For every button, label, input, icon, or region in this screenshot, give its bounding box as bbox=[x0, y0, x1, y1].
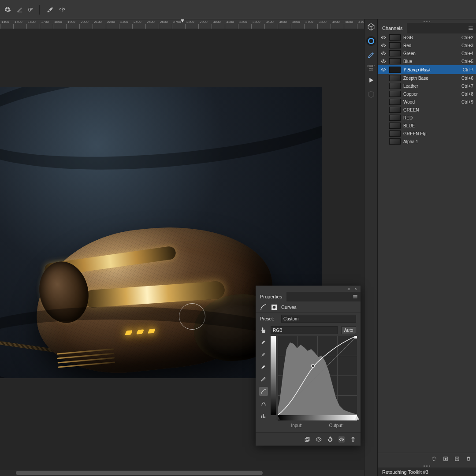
play-icon[interactable] bbox=[366, 75, 376, 85]
load-selection-icon[interactable] bbox=[431, 456, 437, 462]
svg-point-5 bbox=[383, 69, 384, 71]
svg-point-3 bbox=[383, 53, 384, 54]
channel-visibility-icon[interactable] bbox=[380, 42, 387, 48]
channel-name: GREEN bbox=[403, 108, 471, 112]
nbp-plugin-icon[interactable]: NBP CX bbox=[366, 64, 376, 71]
properties-panel: « × Properties Curves Preset: Custom RGB… bbox=[256, 286, 361, 446]
channel-visibility-icon[interactable] bbox=[380, 34, 387, 41]
eyedropper-gray-icon[interactable] bbox=[259, 350, 268, 359]
curves-io-readout: Input: Output: bbox=[278, 423, 357, 428]
channel-row[interactable]: Alpha 1 bbox=[378, 138, 476, 145]
channels-panel-tabbar: Channels bbox=[378, 23, 476, 33]
curves-preset-select[interactable]: Custom bbox=[281, 315, 356, 323]
retouching-toolkit-title: Retouching Toolkit #3 bbox=[382, 469, 428, 475]
options-bar: 0° bbox=[0, 0, 476, 19]
channels-tab[interactable]: Channels bbox=[378, 23, 407, 33]
close-icon[interactable]: × bbox=[353, 286, 358, 291]
delete-channel-icon[interactable] bbox=[465, 456, 472, 462]
channel-row[interactable]: RED bbox=[378, 114, 476, 122]
channel-name: Green bbox=[403, 51, 459, 56]
channel-thumbnail bbox=[389, 99, 401, 105]
ring-icon[interactable] bbox=[366, 36, 376, 46]
channel-row[interactable]: BlueCtrl+5 bbox=[378, 57, 476, 65]
channel-row[interactable]: WoodCtrl+9 bbox=[378, 98, 476, 106]
pen-icon[interactable] bbox=[366, 50, 376, 60]
channel-shortcut: Ctrl+2 bbox=[461, 35, 473, 40]
channel-thumbnail bbox=[389, 75, 401, 81]
collapse-icon[interactable]: « bbox=[346, 286, 351, 291]
butterfly-icon[interactable] bbox=[58, 6, 66, 14]
curves-adjustment-icon[interactable] bbox=[260, 304, 267, 311]
separator bbox=[39, 5, 40, 15]
eyedropper-black-icon[interactable] bbox=[259, 338, 268, 346]
panel-drag-handle[interactable] bbox=[378, 464, 476, 468]
curves-channel-select[interactable]: RGB bbox=[271, 326, 338, 334]
channel-row[interactable]: Zdepth BaseCtrl+6 bbox=[378, 74, 476, 82]
channel-row[interactable]: LeatherCtrl+7 bbox=[378, 82, 476, 90]
properties-tab[interactable]: Properties bbox=[256, 292, 286, 301]
curves-graph-wrap: Input: Output: bbox=[271, 336, 357, 429]
delete-adjustment-icon[interactable] bbox=[350, 436, 356, 443]
finger-icon[interactable] bbox=[260, 327, 267, 334]
main-area: 1400150016001700180019002000210022002300… bbox=[0, 19, 476, 476]
curves-auto-button[interactable]: Auto bbox=[341, 326, 356, 334]
gear-icon[interactable] bbox=[4, 6, 11, 14]
channel-shortcut: Ctrl+6 bbox=[461, 76, 473, 81]
channel-name: Leather bbox=[403, 84, 459, 89]
channel-name: Blue bbox=[403, 59, 459, 64]
angle-icon[interactable] bbox=[16, 6, 24, 14]
view-previous-icon[interactable] bbox=[316, 436, 322, 443]
panel-drag-handle[interactable] bbox=[378, 19, 476, 23]
curves-white-point-handle[interactable] bbox=[355, 416, 359, 420]
channel-thumbnail bbox=[389, 123, 401, 129]
curves-graph[interactable] bbox=[278, 336, 357, 415]
channel-row[interactable]: RGBCtrl+2 bbox=[378, 33, 476, 41]
curves-input-gradient[interactable] bbox=[278, 415, 357, 420]
right-panel-column: Channels RGBCtrl+2RedCtrl+3GreenCtrl+4Bl… bbox=[377, 19, 476, 476]
channel-visibility-icon[interactable] bbox=[380, 58, 387, 64]
channel-row[interactable]: GREEN Flp bbox=[378, 130, 476, 138]
retouching-toolkit-panel-tab[interactable]: Retouching Toolkit #3 bbox=[378, 468, 476, 476]
channel-row[interactable]: RedCtrl+3 bbox=[378, 41, 476, 49]
channel-row[interactable]: GreenCtrl+4 bbox=[378, 49, 476, 57]
properties-panel-titlebar[interactable]: « × bbox=[256, 286, 361, 292]
pencil-icon[interactable] bbox=[259, 375, 268, 383]
canvas-horizontal-scrollbar-thumb[interactable] bbox=[16, 471, 263, 475]
panel-empty-space bbox=[378, 145, 476, 453]
channel-row[interactable]: BLUE bbox=[378, 122, 476, 130]
cube-icon[interactable] bbox=[366, 22, 376, 32]
channel-row[interactable]: CopperCtrl+8 bbox=[378, 90, 476, 98]
properties-panel-menu-icon[interactable] bbox=[350, 292, 361, 301]
svg-rect-24 bbox=[305, 438, 308, 441]
channel-row[interactable]: GREEN bbox=[378, 106, 476, 114]
new-channel-icon[interactable] bbox=[454, 456, 460, 462]
hexagon-icon[interactable] bbox=[366, 89, 376, 99]
smooth-icon[interactable] bbox=[259, 399, 268, 408]
save-selection-icon[interactable] bbox=[443, 456, 449, 462]
mouse-cable-tip bbox=[61, 342, 74, 350]
properties-panel-footer bbox=[256, 432, 361, 446]
svg-point-20 bbox=[273, 305, 276, 309]
svg-rect-25 bbox=[306, 437, 309, 440]
eyedropper-white-icon[interactable] bbox=[259, 362, 268, 371]
canvas-horizontal-scrollbar[interactable] bbox=[0, 470, 364, 476]
channel-visibility-icon[interactable] bbox=[380, 67, 387, 73]
rotation-angle-readout: 0° bbox=[28, 7, 33, 12]
clip-to-layer-icon[interactable] bbox=[304, 436, 310, 443]
brush-icon[interactable] bbox=[46, 6, 54, 14]
properties-panel-tabbar: Properties bbox=[256, 292, 361, 301]
channel-visibility-icon[interactable] bbox=[380, 50, 387, 56]
plugin-toolstrip: NBP CX bbox=[364, 19, 377, 476]
layer-mask-icon[interactable] bbox=[271, 304, 278, 311]
channels-panel-menu-icon[interactable] bbox=[465, 23, 476, 33]
reset-icon[interactable] bbox=[327, 436, 333, 443]
curves-black-point-handle[interactable] bbox=[275, 416, 280, 420]
histogram-clip-icon[interactable] bbox=[259, 412, 268, 420]
curve-point-icon[interactable] bbox=[259, 387, 268, 396]
toggle-visibility-icon[interactable] bbox=[338, 436, 345, 443]
channel-thumbnail bbox=[389, 67, 401, 73]
curves-input-label: Input: bbox=[291, 423, 302, 428]
channel-row[interactable]: Y Bump MaskCtrl+\ bbox=[378, 65, 476, 74]
channel-shortcut: Ctrl+9 bbox=[461, 100, 473, 104]
svg-point-1 bbox=[383, 37, 384, 38]
